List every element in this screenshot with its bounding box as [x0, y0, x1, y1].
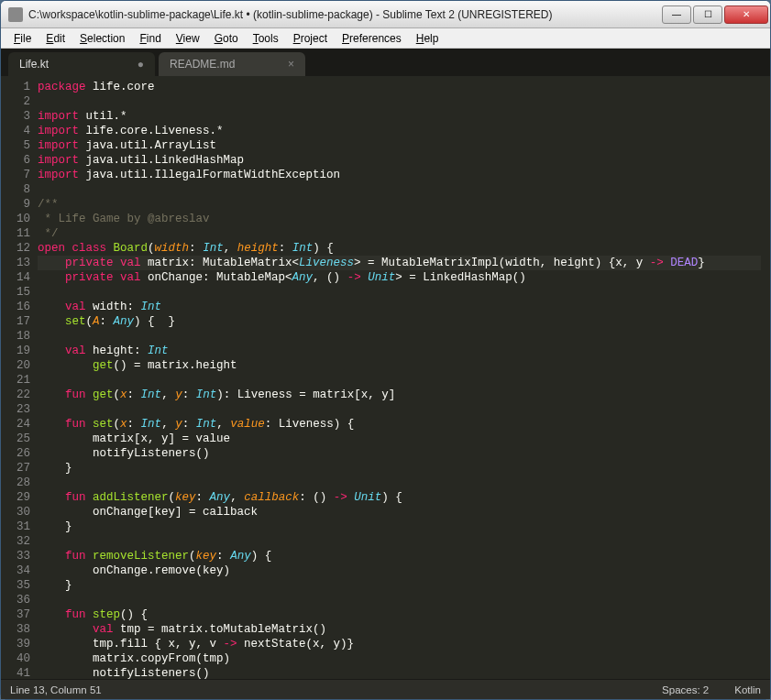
code-line[interactable]: val height: Int — [38, 344, 761, 358]
code-line[interactable]: set(A: Any) { } — [38, 314, 761, 329]
code-line[interactable] — [38, 285, 761, 300]
line-number: 34 — [5, 563, 30, 578]
menu-file[interactable]: File — [6, 30, 39, 47]
line-number: 33 — [5, 549, 30, 563]
line-number: 6 — [5, 153, 30, 168]
line-number: 2 — [5, 94, 30, 109]
tab-close-icon[interactable]: × — [273, 58, 294, 71]
line-number: 41 — [5, 666, 30, 679]
tab-life-kt[interactable]: Life.kt● — [8, 52, 155, 76]
code-line[interactable]: } — [38, 520, 761, 534]
line-number: 15 — [5, 285, 30, 300]
line-number: 16 — [5, 300, 30, 314]
code-line[interactable]: notifyListeners() — [38, 666, 761, 679]
tab-label: Life.kt — [19, 58, 49, 71]
line-number: 28 — [5, 476, 30, 490]
code-line[interactable] — [38, 329, 761, 344]
code-line[interactable]: import util.* — [38, 109, 761, 124]
line-number: 37 — [5, 607, 30, 622]
statusbar: Line 13, Column 51 Spaces: 2 Kotlin — [1, 679, 770, 699]
code-line[interactable]: open class Board(width: Int, height: Int… — [38, 241, 761, 256]
line-number: 27 — [5, 461, 30, 476]
menu-tools[interactable]: Tools — [246, 30, 286, 47]
line-number: 29 — [5, 490, 30, 505]
tab-readme-md[interactable]: README.md× — [159, 52, 305, 76]
menu-view[interactable]: View — [169, 30, 207, 47]
status-spaces[interactable]: Spaces: 2 — [662, 684, 709, 695]
code-line[interactable] — [38, 182, 761, 197]
code-line[interactable]: fun step() { — [38, 607, 761, 622]
code-line[interactable]: package life.core — [38, 80, 761, 94]
code-line[interactable]: import life.core.Liveness.* — [38, 124, 761, 138]
code-line[interactable]: } — [38, 461, 761, 476]
menu-goto[interactable]: Goto — [207, 30, 246, 47]
code-line[interactable]: fun addListener(key: Any, callback: () -… — [38, 490, 761, 505]
tab-dirty-icon[interactable]: ● — [123, 58, 144, 71]
line-number: 26 — [5, 446, 30, 461]
menu-project[interactable]: Project — [286, 30, 335, 47]
code-line[interactable]: get() = matrix.height — [38, 358, 761, 373]
menu-selection[interactable]: Selection — [72, 30, 132, 47]
gutter: 1234567891011121314151617181920212223242… — [1, 76, 38, 679]
code-line[interactable] — [38, 476, 761, 490]
line-number: 39 — [5, 637, 30, 651]
code-line[interactable]: private val onChange: MutableMap<Any, ()… — [38, 270, 761, 285]
code-line[interactable]: fun removeListener(key: Any) { — [38, 549, 761, 563]
menu-preferences[interactable]: Preferences — [335, 30, 409, 47]
menu-edit[interactable]: Edit — [39, 30, 72, 47]
line-number: 17 — [5, 314, 30, 329]
code-line[interactable] — [38, 402, 761, 417]
code-line[interactable] — [38, 593, 761, 607]
line-number: 5 — [5, 138, 30, 153]
menu-find[interactable]: Find — [132, 30, 168, 47]
code-line[interactable]: val width: Int — [38, 300, 761, 314]
status-language[interactable]: Kotlin — [734, 684, 761, 695]
code-line[interactable]: * Life Game by @abreslav — [38, 212, 761, 226]
code-line[interactable]: onChange[key] = callback — [38, 505, 761, 520]
menubar: FileEditSelectionFindViewGotoToolsProjec… — [1, 28, 770, 49]
code-line[interactable] — [38, 94, 761, 109]
app-window: C:\workspace\kotlin-sublime-package\Life… — [0, 0, 771, 700]
maximize-button[interactable]: ☐ — [693, 5, 722, 24]
close-button[interactable]: ✕ — [724, 5, 768, 24]
code-line[interactable]: /** — [38, 197, 761, 212]
code-line[interactable]: */ — [38, 226, 761, 241]
line-number: 14 — [5, 270, 30, 285]
line-number: 38 — [5, 622, 30, 637]
code-area[interactable]: 1234567891011121314151617181920212223242… — [1, 76, 770, 679]
line-number: 22 — [5, 388, 30, 402]
titlebar[interactable]: C:\workspace\kotlin-sublime-package\Life… — [1, 1, 770, 28]
code-line[interactable]: import java.util.ArrayList — [38, 138, 761, 153]
code-content[interactable]: package life.core import util.*import li… — [38, 76, 761, 679]
code-line[interactable]: tmp.fill { x, y, v -> nextState(x, y)} — [38, 637, 761, 651]
menu-help[interactable]: Help — [409, 30, 446, 47]
code-line[interactable]: val tmp = matrix.toMutableMatrix() — [38, 622, 761, 637]
code-line[interactable]: onChange.remove(key) — [38, 563, 761, 578]
app-icon — [8, 7, 23, 22]
editor: Life.kt●README.md× 123456789101112131415… — [1, 49, 770, 699]
line-number: 1 — [5, 80, 30, 94]
code-line[interactable]: matrix[x, y] = value — [38, 432, 761, 446]
line-number: 10 — [5, 212, 30, 226]
line-number: 24 — [5, 417, 30, 432]
line-number: 4 — [5, 124, 30, 138]
minimap[interactable] — [761, 76, 770, 679]
code-line[interactable]: fun set(x: Int, y: Int, value: Liveness)… — [38, 417, 761, 432]
code-line[interactable] — [38, 534, 761, 549]
code-line[interactable]: fun get(x: Int, y: Int): Liveness = matr… — [38, 388, 761, 402]
line-number: 30 — [5, 505, 30, 520]
code-line[interactable]: matrix.copyFrom(tmp) — [38, 651, 761, 666]
line-number: 32 — [5, 534, 30, 549]
minimize-button[interactable]: — — [662, 5, 691, 24]
code-line[interactable]: notifyListeners() — [38, 446, 761, 461]
code-line[interactable] — [38, 373, 761, 388]
line-number: 7 — [5, 168, 30, 182]
code-line[interactable]: import java.util.IllegalFormatWidthExcep… — [38, 168, 761, 182]
code-line[interactable]: import java.util.LinkedHashMap — [38, 153, 761, 168]
tab-label: README.md — [170, 58, 235, 71]
code-line[interactable]: } — [38, 578, 761, 593]
line-number: 12 — [5, 241, 30, 256]
line-number: 36 — [5, 593, 30, 607]
line-number: 40 — [5, 651, 30, 666]
line-number: 11 — [5, 226, 30, 241]
